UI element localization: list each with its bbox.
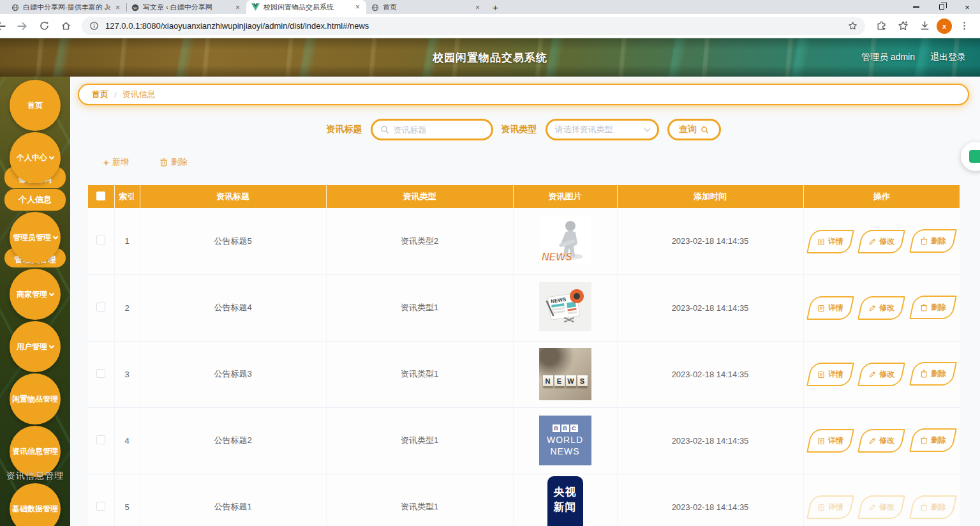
- tab-title: 首页: [383, 3, 470, 12]
- sidebar-subitem-personal-info[interactable]: 个人信息: [4, 189, 66, 211]
- cell-index: 2: [114, 274, 140, 341]
- row-checkbox[interactable]: [96, 435, 105, 444]
- browser-tab-4[interactable]: 首页 ×: [366, 1, 486, 14]
- current-user-label: 管理员 admin: [861, 52, 915, 63]
- vue-icon: [251, 3, 260, 11]
- cell-time: 2023-02-18 14:14:35: [617, 341, 803, 407]
- address-bar[interactable]: 127.0.0.1:8080/xiaoyuanxianzhiwupinjiaoy…: [82, 17, 865, 35]
- delete-row-button[interactable]: 删除: [909, 229, 957, 253]
- cell-index: 5: [114, 474, 140, 526]
- select-all-checkbox[interactable]: [96, 192, 105, 200]
- browser-tab-1[interactable]: 白嫖中分享网-提供丰富的 Java ×: [6, 1, 126, 14]
- query-button[interactable]: 查询: [667, 119, 721, 140]
- breadcrumb-current: 资讯信息: [122, 89, 156, 100]
- cell-title: 公告标题5: [140, 208, 326, 274]
- app-title: 校园闲置物品交易系统: [0, 50, 980, 65]
- delete-row-button[interactable]: 删除: [909, 495, 957, 519]
- table-header-row: 索引 资讯标题 资讯类型 资讯图片 添加时间 操作: [88, 185, 960, 208]
- back-button[interactable]: [0, 17, 10, 36]
- sidebar-item-personal-center[interactable]: 个人中心: [10, 132, 61, 183]
- bookmark-star-icon[interactable]: [848, 21, 858, 31]
- sidebar-item-admin-management[interactable]: 管理员管理: [10, 212, 61, 263]
- sidebar-item-merchant-management[interactable]: 商家管理: [10, 269, 61, 320]
- close-tab-icon[interactable]: ×: [234, 3, 241, 12]
- row-checkbox[interactable]: [96, 236, 105, 244]
- detail-button[interactable]: 详情: [806, 296, 854, 320]
- browser-profile-avatar[interactable]: x: [937, 19, 952, 34]
- sidebar-item-base-data-management[interactable]: 基础数据管理: [10, 483, 61, 526]
- close-tab-icon[interactable]: ×: [354, 3, 361, 11]
- sidebar-subitem-news-management-active[interactable]: 资讯信息管理: [6, 470, 64, 482]
- edit-button[interactable]: 修改: [858, 429, 905, 453]
- menu-kebab-icon[interactable]: [954, 17, 974, 36]
- chevron-down-icon: [49, 154, 54, 159]
- detail-button[interactable]: 详情: [806, 363, 854, 386]
- download-icon[interactable]: [915, 17, 934, 36]
- news-illustration: NEWS: [514, 282, 617, 333]
- detail-button[interactable]: 详情: [806, 429, 854, 453]
- row-checkbox[interactable]: [96, 502, 105, 511]
- search-icon: [380, 125, 389, 134]
- cell-time: 2023-02-18 14:14:35: [617, 274, 803, 341]
- row-checkbox[interactable]: [96, 369, 105, 378]
- forward-button[interactable]: [13, 17, 32, 36]
- add-button[interactable]: + 新增: [103, 156, 129, 168]
- row-checkbox[interactable]: [96, 303, 105, 312]
- detail-button[interactable]: 详情: [806, 230, 854, 253]
- close-window-button[interactable]: ×: [954, 0, 980, 14]
- window-controls: ×: [903, 0, 980, 14]
- delete-row-button[interactable]: 删除: [909, 296, 957, 319]
- news-title-input[interactable]: [394, 125, 484, 135]
- reload-button[interactable]: [34, 17, 54, 36]
- edit-button[interactable]: 修改: [858, 230, 905, 253]
- breadcrumb-home-link[interactable]: 首页: [92, 89, 108, 100]
- delete-row-button[interactable]: 删除: [909, 362, 957, 386]
- cell-title: 公告标题3: [140, 341, 326, 407]
- search-filter-row: 资讯标题 资讯类型 请选择资讯类型 查询: [78, 119, 969, 140]
- bbc-world-news-logo: B B C WORLD NEWS: [539, 416, 591, 465]
- col-header-type: 资讯类型: [326, 185, 513, 208]
- extensions-icon[interactable]: [872, 17, 891, 36]
- cell-index: 1: [114, 208, 140, 274]
- table-row: 3 公告标题3 资讯类型1 N E W S: [88, 341, 960, 407]
- sidebar-item-home[interactable]: 首页: [10, 80, 61, 131]
- cell-index: 4: [114, 407, 140, 474]
- cell-type: 资讯类型1: [326, 407, 513, 474]
- edit-button[interactable]: 修改: [858, 495, 905, 519]
- edit-button[interactable]: 修改: [858, 296, 905, 320]
- delete-row-button[interactable]: 删除: [909, 428, 957, 452]
- logout-link[interactable]: 退出登录: [930, 52, 966, 63]
- close-tab-icon[interactable]: ×: [474, 3, 481, 12]
- edit-button[interactable]: 修改: [858, 363, 905, 386]
- search-icon: [701, 126, 709, 134]
- delete-button[interactable]: 删除: [160, 156, 188, 168]
- svg-text:NEWS: NEWS: [542, 252, 572, 262]
- svg-text:W: W: [133, 5, 138, 10]
- detail-button[interactable]: 详情: [806, 495, 854, 519]
- trash-icon: [160, 158, 168, 167]
- tab-title: 校园闲置物品交易系统: [264, 3, 350, 12]
- sidebar-item-idle-goods-management[interactable]: 闲置物品管理: [10, 373, 61, 425]
- restore-button[interactable]: [929, 0, 954, 14]
- chevron-down-icon: [644, 125, 650, 132]
- site-info-icon[interactable]: [89, 21, 99, 31]
- news-type-select[interactable]: 请选择资讯类型: [546, 119, 659, 140]
- favorites-star-icon[interactable]: [893, 17, 912, 36]
- col-header-ops: 操作: [803, 185, 960, 208]
- news-table: 索引 资讯标题 资讯类型 资讯图片 添加时间 操作 1 公告标题5 资讯类型2: [88, 185, 960, 526]
- minimize-button[interactable]: [903, 0, 929, 14]
- browser-tab-3-active[interactable]: 校园闲置物品交易系统 ×: [246, 0, 366, 14]
- close-tab-icon[interactable]: ×: [114, 3, 121, 12]
- breadcrumb: 首页 / 资讯信息: [78, 84, 969, 105]
- breadcrumb-separator: /: [114, 90, 117, 100]
- browser-toolbar: 127.0.0.1:8080/xiaoyuanxianzhiwupinjiaoy…: [0, 14, 980, 38]
- news-title-input-wrap: [371, 119, 493, 140]
- sidebar-item-user-management[interactable]: 用户管理: [10, 321, 61, 372]
- sidebar-item-news-management[interactable]: 资讯信息管理: [10, 426, 61, 477]
- app-header: 校园闲置物品交易系统 管理员 admin 退出登录: [0, 38, 980, 77]
- cell-time: 2023-02-18 14:14:35: [617, 407, 803, 474]
- cell-title: 公告标题4: [140, 274, 326, 341]
- home-button[interactable]: [56, 17, 75, 36]
- new-tab-button[interactable]: +: [486, 2, 505, 14]
- browser-tab-2[interactable]: W 写文章 ‹ 白嫖中分享网 ×: [126, 1, 246, 14]
